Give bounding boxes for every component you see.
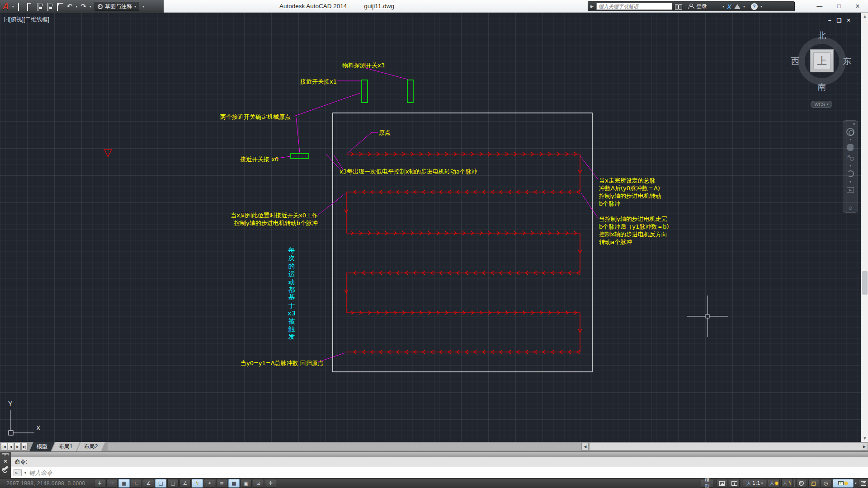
new-file-button[interactable]	[17, 3, 24, 9]
autocad-app-icon[interactable]: A	[3, 0, 9, 12]
toggle-quick-properties[interactable]: ▣	[241, 479, 252, 488]
help-icon[interactable]: ?	[751, 3, 758, 10]
viewport-view-control[interactable]: [俯视]	[9, 16, 24, 23]
chevron-down-icon[interactable]: ▾	[24, 471, 26, 475]
command-window-drag-bar[interactable]	[11, 452, 868, 457]
command-customize-icon[interactable]	[2, 466, 8, 471]
minimize-icon[interactable]: —	[816, 3, 822, 9]
viewcube-east[interactable]: 东	[842, 56, 852, 67]
viewcube-top-face[interactable]: 上	[810, 49, 834, 72]
toggle-object-snap[interactable]: □	[155, 479, 166, 488]
hardware-acceleration-button[interactable]: ◷	[821, 479, 831, 488]
autodesk360-icon[interactable]	[734, 4, 741, 9]
model-space-button[interactable]: 模型	[701, 479, 713, 488]
open-file-button[interactable]	[27, 3, 34, 9]
plot-button[interactable]	[57, 3, 64, 9]
sign-in-button[interactable]: 登录	[696, 3, 707, 10]
toggle-dynamic-ucs[interactable]: ϟ	[192, 479, 203, 488]
navbar-close-icon[interactable]: ✕	[852, 122, 856, 126]
quick-view-layouts-button[interactable]	[717, 479, 727, 488]
exchange-apps-icon[interactable]: X	[727, 3, 731, 10]
toggle-object-snap-tracking[interactable]: ∠	[179, 479, 191, 488]
toggle-transparency[interactable]: ▩	[228, 479, 240, 488]
chevron-down-icon[interactable]: ▾	[849, 137, 851, 141]
toggle-dynamic-input[interactable]: ⌖	[204, 479, 215, 488]
viewport-minimize-icon[interactable]: –	[828, 17, 831, 23]
chevron-down-icon[interactable]: ▾	[849, 164, 851, 168]
viewport-close-icon[interactable]: ×	[847, 17, 850, 23]
annotation-scale-button[interactable]: 人 1:1 ▾	[743, 479, 766, 488]
toggle-annotation-monitor[interactable]: ✛	[265, 479, 276, 488]
toggle-lineweight[interactable]: ≡	[216, 479, 227, 488]
showmotion-icon[interactable]: ▶	[847, 187, 854, 193]
vertical-scrollbar-thumb[interactable]	[862, 271, 868, 295]
toggle-grid-display[interactable]: ▦	[118, 479, 130, 488]
tab-model[interactable]: 模型	[29, 442, 55, 451]
chevron-down-icon[interactable]: ▾	[760, 5, 762, 9]
vertical-scrollbar[interactable]: ▲ ▼	[861, 13, 868, 442]
chevron-down-icon[interactable]: ▾	[90, 5, 91, 9]
close-icon[interactable]: ×	[855, 2, 859, 10]
toggle-3d-object-snap[interactable]: ▢	[167, 479, 179, 488]
tab-layout1[interactable]: 布局1	[52, 442, 80, 451]
scroll-right-icon[interactable]: ▶	[861, 443, 868, 450]
first-tab-icon[interactable]: |◀	[1, 443, 7, 450]
command-history-line[interactable]: 命令:	[11, 457, 868, 467]
chevron-down-icon[interactable]: ▾	[849, 180, 851, 184]
viewcube-north[interactable]: 北	[817, 30, 827, 42]
search-input[interactable]	[596, 3, 672, 10]
auto-annotation-scale-button[interactable]: 人 ϟ	[781, 479, 793, 488]
search-icon[interactable]	[675, 4, 682, 9]
chevron-down-icon[interactable]: ▾	[722, 5, 724, 9]
tab-layout2[interactable]: 布局2	[77, 442, 105, 451]
annotation-visibility-button[interactable]: 人	[768, 479, 779, 488]
workspace-switching-button[interactable]	[796, 479, 807, 488]
chevron-down-icon[interactable]: ▾	[743, 5, 745, 9]
command-close-icon[interactable]: ×	[4, 458, 7, 465]
undo-button[interactable]: ↶	[67, 0, 73, 12]
save-as-button[interactable]	[47, 3, 54, 9]
viewcube-south[interactable]: 南	[817, 81, 827, 93]
toolbar-lock-button[interactable]	[808, 479, 819, 488]
maximize-icon[interactable]: □	[837, 3, 841, 9]
workspace-dropdown[interactable]: 草图与注释 ▾	[94, 2, 139, 11]
prev-tab-icon[interactable]: ◀	[8, 443, 14, 450]
scroll-left-icon[interactable]: ◀	[581, 443, 589, 450]
toggle-infer-constraints[interactable]: ∔	[94, 479, 105, 488]
command-grip-icon[interactable]	[2, 453, 9, 455]
quick-view-drawings-button[interactable]	[729, 479, 740, 488]
steering-wheel-icon[interactable]	[846, 128, 854, 136]
command-input-row[interactable]: >_ ▾ 键入命令	[11, 467, 868, 479]
toggle-snap-mode[interactable]: ∷	[106, 479, 118, 488]
toggle-polar-tracking[interactable]: ∡	[143, 479, 154, 488]
scroll-up-icon[interactable]: ▲	[861, 13, 868, 20]
zoom-icon[interactable]	[847, 154, 854, 161]
toggle-ortho-mode[interactable]: ∟	[131, 479, 142, 488]
horizontal-scrollbar-thumb[interactable]	[589, 443, 868, 450]
viewcube-wcs-menu[interactable]: WCS ▾	[811, 101, 832, 108]
clean-screen-button[interactable]	[858, 479, 868, 488]
viewport-visual-style-control[interactable]: [二维线框]	[24, 16, 49, 23]
navbar-menu-icon[interactable]: ⊖	[849, 206, 852, 211]
next-tab-icon[interactable]: ▶	[14, 443, 21, 450]
orbit-icon[interactable]	[847, 170, 854, 177]
horizontal-scrollbar[interactable]: ◀ ▶	[108, 443, 868, 450]
infocenter-collapse-icon[interactable]: ▶	[590, 4, 594, 9]
save-button[interactable]	[37, 3, 44, 9]
model-space-viewport[interactable]	[0, 13, 868, 442]
toggle-selection-cycling[interactable]: ⊡	[253, 479, 264, 488]
command-input-placeholder[interactable]: 键入命令	[29, 469, 52, 477]
chevron-down-icon[interactable]: ▾	[855, 481, 857, 485]
redo-button[interactable]: ↷	[80, 0, 86, 12]
chevron-down-icon[interactable]: ▾	[12, 5, 14, 9]
pan-icon[interactable]	[847, 144, 854, 151]
viewport-restore-icon[interactable]: ❑	[837, 17, 842, 23]
isolate-objects-button[interactable]	[833, 479, 854, 488]
qat-customize-button[interactable]: ▾	[142, 5, 144, 9]
coordinates-readout[interactable]: 2697.1988, 2148.0698, 0.0000	[6, 480, 85, 487]
command-prompt-icon[interactable]: >_	[14, 469, 22, 476]
viewport-menu-control[interactable]: [-]	[4, 16, 9, 23]
last-tab-icon[interactable]: ▶|	[21, 443, 28, 450]
viewcube-west[interactable]: 西	[790, 56, 800, 67]
scroll-down-icon[interactable]: ▼	[861, 435, 868, 442]
